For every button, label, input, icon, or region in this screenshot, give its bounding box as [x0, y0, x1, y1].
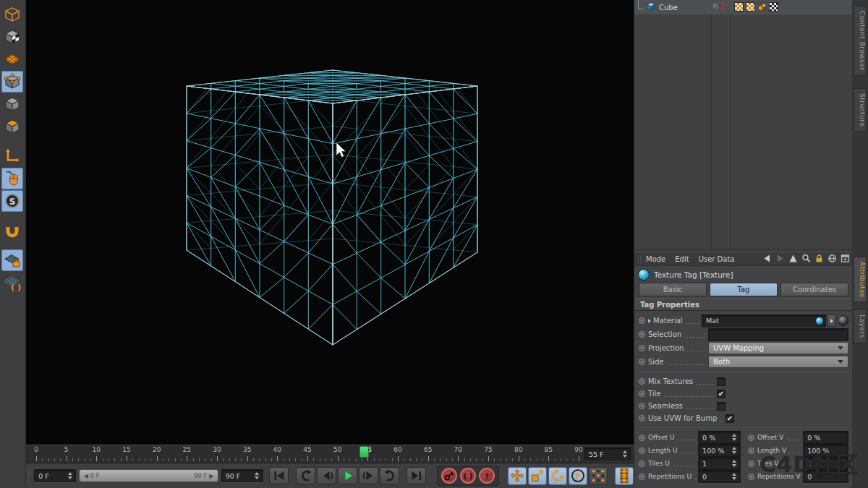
model-mode-button[interactable]: [1, 26, 23, 48]
repetitions-u-field[interactable]: 0: [698, 470, 741, 483]
tile-checkbox[interactable]: ✔: [717, 390, 726, 398]
snap-settings-button[interactable]: [1, 220, 23, 241]
texture-tag-icon[interactable]: [746, 2, 755, 12]
nav-back-icon[interactable]: [762, 252, 772, 266]
selection-input[interactable]: [708, 328, 848, 341]
offset-u-field[interactable]: 0 %: [698, 431, 741, 444]
value-stepper[interactable]: [731, 434, 738, 441]
am-grip[interactable]: [637, 255, 642, 264]
object-row[interactable]: Cube: [634, 0, 852, 14]
expander-icon[interactable]: [648, 319, 651, 323]
animation-dot[interactable]: [639, 378, 645, 385]
planar-workplane-button[interactable]: ( ): [1, 272, 23, 294]
projection-dropdown[interactable]: UVW Mapping: [708, 342, 848, 354]
panel-tab-layers[interactable]: Layers: [854, 309, 867, 343]
points-mode-button[interactable]: [1, 71, 23, 93]
lock-workplane-button[interactable]: [1, 249, 23, 271]
animation-palette-button[interactable]: [615, 467, 634, 485]
seamless-checkbox[interactable]: [717, 402, 726, 411]
animation-dot[interactable]: [639, 345, 645, 351]
record-scale-toggle[interactable]: [528, 467, 547, 485]
use-uvw-for-bump-checkbox[interactable]: ✔: [726, 414, 733, 423]
layer-color-swatch[interactable]: [712, 3, 719, 9]
panel-tab-content-browser[interactable]: Content Browser: [854, 6, 867, 76]
tiles-v-field[interactable]: 1: [803, 457, 848, 470]
range-max-field[interactable]: 90 F: [221, 469, 263, 482]
play-forward-key-button[interactable]: [380, 467, 399, 484]
record-active-objects-button[interactable]: [441, 468, 457, 484]
edges-mode-button[interactable]: [1, 93, 23, 115]
menu-user-data[interactable]: User Data: [699, 255, 735, 263]
range-max-stepper[interactable]: [254, 472, 260, 479]
animation-dot[interactable]: [639, 390, 645, 397]
viewport[interactable]: [26, 0, 634, 445]
panel-tab-structure[interactable]: Structure: [854, 88, 867, 132]
menu-mode[interactable]: Mode: [646, 255, 665, 263]
length-u-field[interactable]: 100 %: [698, 444, 741, 457]
value-stepper[interactable]: [731, 447, 738, 454]
animation-dot[interactable]: [639, 448, 645, 454]
current-frame-marker[interactable]: [359, 446, 369, 458]
animation-dot[interactable]: [748, 461, 754, 467]
material-field[interactable]: Mat: [702, 314, 826, 328]
animation-dot[interactable]: [639, 331, 645, 338]
animation-dot[interactable]: [639, 435, 645, 441]
goto-end-button[interactable]: [407, 467, 426, 484]
make-editable-button[interactable]: [1, 4, 23, 25]
record-position-toggle[interactable]: [508, 467, 527, 485]
tab-basic[interactable]: Basic: [639, 283, 707, 296]
value-stepper[interactable]: [731, 473, 738, 480]
autokeying-button[interactable]: ( ): [460, 468, 476, 484]
panel-tab-attributes[interactable]: Attributes: [854, 257, 867, 302]
material-preview[interactable]: [838, 315, 848, 326]
goto-start-button[interactable]: [269, 467, 289, 484]
current-frame-stepper[interactable]: [621, 450, 628, 458]
offset-v-field[interactable]: 0 %: [803, 431, 848, 444]
animation-dot[interactable]: [639, 474, 645, 480]
animation-dot[interactable]: [639, 317, 645, 324]
record-pla-toggle[interactable]: [589, 467, 608, 485]
record-rotation-toggle[interactable]: [548, 467, 567, 485]
animation-dot[interactable]: [639, 415, 645, 421]
menu-edit[interactable]: Edit: [675, 255, 689, 263]
next-frame-button[interactable]: [359, 467, 378, 484]
material-picker-button[interactable]: [827, 314, 835, 327]
editor-visibility-dot[interactable]: [721, 1, 725, 5]
texture-tag-icon[interactable]: [734, 2, 744, 12]
search-icon[interactable]: [801, 252, 811, 266]
preview-range-slider[interactable]: ◀ 0 F 90 F ▶: [79, 469, 218, 482]
length-v-field[interactable]: 100 %: [803, 444, 848, 457]
value-stepper[interactable]: [731, 460, 738, 467]
mix-textures-checkbox[interactable]: [717, 377, 726, 386]
side-dropdown[interactable]: Both: [708, 356, 848, 368]
phong-tag-icon[interactable]: [757, 2, 767, 12]
polygons-mode-button[interactable]: [1, 116, 23, 137]
current-frame-field[interactable]: 55 F: [584, 448, 631, 461]
viewport-solo-button[interactable]: [1, 168, 23, 189]
toolbar-grip[interactable]: [27, 467, 32, 484]
tab-tag[interactable]: Tag: [710, 283, 778, 296]
render-visibility-dot[interactable]: [721, 7, 725, 10]
animation-dot[interactable]: [639, 403, 645, 409]
tab-coordinates[interactable]: Coordinates: [780, 283, 848, 296]
repetitions-v-field[interactable]: 0: [803, 470, 848, 483]
animation-dot[interactable]: [748, 474, 754, 480]
nav-forward-icon[interactable]: [775, 252, 785, 266]
tiles-u-field[interactable]: 1: [698, 457, 741, 470]
filter-up-icon[interactable]: [788, 252, 798, 266]
enable-axis-button[interactable]: [1, 145, 23, 167]
animation-dot[interactable]: [639, 359, 645, 365]
prev-frame-button[interactable]: [317, 467, 336, 484]
play-forward-button[interactable]: [338, 467, 357, 484]
animation-dot[interactable]: [639, 461, 645, 467]
animation-dot[interactable]: [748, 448, 754, 454]
globe-icon[interactable]: [827, 252, 837, 266]
panel-icon[interactable]: [841, 252, 850, 266]
play-reverse-key-button[interactable]: [296, 467, 315, 484]
timeline-ruler[interactable]: 55 F 05101520253035404550556065707580859…: [26, 445, 634, 463]
uvw-tag-icon[interactable]: [769, 2, 778, 12]
range-min-stepper[interactable]: [67, 472, 73, 479]
workplane-mode-button[interactable]: [1, 48, 23, 70]
range-min-field[interactable]: 0 F: [34, 469, 76, 482]
lock-icon[interactable]: [814, 252, 824, 266]
